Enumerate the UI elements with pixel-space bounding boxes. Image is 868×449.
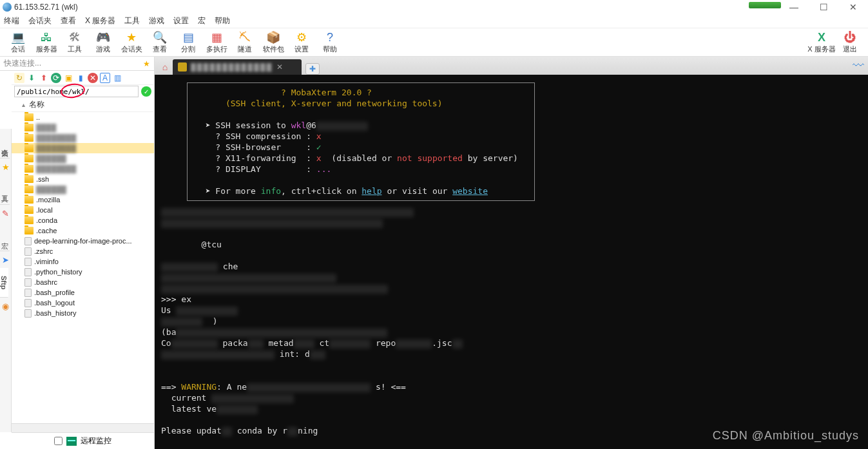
tb-split[interactable]: ▤分割 (174, 29, 202, 56)
favorite-icon[interactable]: ★ (143, 59, 150, 68)
remote-monitor-toggle[interactable]: 远程监控 (12, 432, 154, 449)
rename-icon[interactable]: A (100, 73, 110, 83)
tb-tunnel[interactable]: ⛏隧道 (231, 29, 259, 56)
maximize-button[interactable]: ☐ (809, 0, 838, 14)
menu-xserver[interactable]: X 服务器 (85, 15, 115, 26)
newfile-icon[interactable]: ▮ (75, 73, 86, 83)
send-icon[interactable]: ➤ (0, 251, 11, 268)
wave-icon[interactable]: 〰 (853, 59, 864, 73)
session-tab[interactable]: █████████████ ✕ (173, 59, 302, 75)
quick-connect[interactable]: 快速连接... ★ (0, 57, 154, 71)
sort-icon: ▴ (22, 101, 25, 108)
list-item[interactable]: .mozilla (12, 195, 154, 205)
list-item[interactable]: .. (12, 112, 154, 122)
file-list[interactable]: ..██████████████████████████████████.ssh… (12, 112, 154, 423)
list-item[interactable]: .bash_history (12, 308, 154, 318)
file-label: .ssh (36, 175, 49, 183)
list-item[interactable]: ████████ (12, 143, 154, 153)
list-item[interactable]: .python_history (12, 267, 154, 277)
tab-bar: ⌂ █████████████ ✕ ✚ 〰 (155, 57, 868, 75)
tab-close-icon[interactable]: ✕ (276, 62, 283, 72)
wand-icon[interactable]: ✎ (0, 205, 11, 222)
menu-settings[interactable]: 设置 (173, 15, 189, 26)
tb-multi[interactable]: ▦多执行 (202, 29, 231, 56)
path-input[interactable] (14, 86, 139, 97)
upload-icon[interactable]: ⬆ (39, 73, 49, 83)
menu-tools[interactable]: 工具 (124, 15, 140, 26)
app-icon (3, 3, 12, 12)
tb-server[interactable]: 🖧服务器 (32, 29, 61, 56)
list-item[interactable]: .viminfo (12, 256, 154, 267)
badge-icon (749, 2, 781, 8)
download-icon[interactable]: ⬇ (26, 73, 37, 83)
file-label: .cache (36, 227, 57, 234)
folder-icon (24, 124, 34, 131)
delete-icon[interactable]: ✕ (88, 73, 98, 83)
home-tab-icon[interactable]: ⌂ (157, 59, 173, 75)
props-icon[interactable]: ▥ (112, 73, 122, 83)
path-row: ✓ (12, 85, 154, 98)
list-item[interactable]: ██████ (12, 153, 154, 164)
tb-view[interactable]: 🔍查看 (146, 29, 174, 56)
newfolder-icon[interactable]: ▣ (63, 73, 73, 83)
file-label: .. (36, 113, 40, 121)
tb-games[interactable]: 🎮游戏 (89, 29, 117, 56)
remote-monitor-checkbox[interactable] (54, 437, 63, 445)
sidetab-sessions[interactable]: 会话夹 (0, 129, 10, 158)
file-label: .local (36, 206, 53, 214)
list-item[interactable]: ██████ (12, 184, 154, 195)
quick-connect-placeholder: 快速连接... (4, 58, 41, 69)
refresh-icon[interactable]: ↻ (14, 73, 24, 83)
list-item[interactable]: .bash_logout (12, 298, 154, 308)
star-icon[interactable]: ★ (0, 158, 11, 175)
h-scrollbar[interactable] (12, 423, 154, 432)
file-label: .zshrc (34, 247, 53, 255)
menu-help[interactable]: 帮助 (215, 15, 230, 26)
file-icon (24, 309, 32, 318)
menu-view[interactable]: 查看 (61, 15, 76, 26)
list-item[interactable]: ████████ (12, 133, 154, 143)
sidetab-macros[interactable]: 宏 (0, 222, 10, 251)
sidetab-sftp[interactable]: Sftp (0, 268, 8, 298)
file-icon (24, 268, 32, 276)
tb-help[interactable]: ?帮助 (316, 29, 344, 56)
menu-macros[interactable]: 宏 (198, 15, 206, 26)
list-item[interactable]: .conda (12, 215, 154, 225)
sidetab-tools[interactable]: 工具 (0, 175, 10, 205)
list-item[interactable]: ████████ (12, 164, 154, 174)
tb-xserver[interactable]: XX 服务器 (807, 29, 836, 56)
list-item[interactable]: ████ (12, 122, 154, 133)
folder-icon (24, 144, 34, 152)
file-label: .bash_logout (34, 299, 75, 307)
folder-icon (24, 227, 34, 234)
close-button[interactable]: ✕ (838, 0, 868, 14)
sync-icon[interactable]: ⟳ (51, 73, 61, 83)
file-label: .viminfo (34, 258, 59, 265)
menu-terminal[interactable]: 终端 (4, 15, 19, 26)
globe-icon[interactable]: ◉ (0, 298, 11, 314)
list-item[interactable]: .zshrc (12, 246, 154, 256)
menu-games[interactable]: 游戏 (149, 15, 164, 26)
tb-tools[interactable]: 🛠工具 (61, 29, 89, 56)
minimize-button[interactable]: — (779, 0, 809, 14)
list-item[interactable]: deep-learning-for-image-proc... (12, 236, 154, 246)
terminal[interactable]: ? MobaXterm 20.0 ? (SSH client, X-server… (155, 75, 868, 449)
file-label: ██████ (36, 155, 66, 162)
tb-session[interactable]: 💻会话 (4, 29, 32, 56)
tb-settings[interactable]: ⚙设置 (287, 29, 316, 56)
list-item[interactable]: .bash_profile (12, 287, 154, 298)
tab-title: █████████████ (191, 63, 273, 71)
list-item[interactable]: .cache (12, 225, 154, 236)
file-label: .python_history (34, 268, 82, 276)
menu-sessions[interactable]: 会话夹 (28, 15, 52, 26)
tb-sessfolder[interactable]: ★会话夹 (117, 29, 146, 56)
list-header[interactable]: ▴ 名称 (12, 98, 154, 112)
tb-pkg[interactable]: 📦软件包 (259, 29, 287, 56)
list-item[interactable]: .local (12, 205, 154, 215)
sftp-toolbar: ↻ ⬇ ⬆ ⟳ ▣ ▮ ✕ A ▥ (12, 71, 154, 85)
file-icon (24, 237, 32, 245)
new-tab-button[interactable]: ✚ (305, 63, 320, 75)
list-item[interactable]: .bashrc (12, 277, 154, 287)
list-item[interactable]: .ssh (12, 174, 154, 184)
tb-exit[interactable]: ⏻退出 (836, 29, 864, 56)
